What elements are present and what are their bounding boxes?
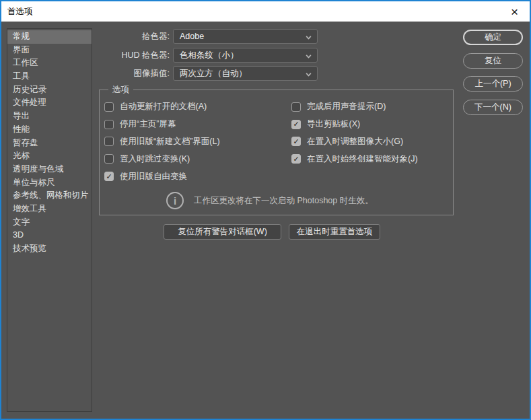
titlebar: 首选项 × xyxy=(1,1,530,22)
checkbox[interactable]: ✓ xyxy=(104,137,114,146)
checkbox[interactable]: ✓ xyxy=(291,137,301,146)
preferences-category-list: 常规 界面 工作区 工具 历史记录 文件处理 导出 性能 暂存盘 光标 透明度与… xyxy=(7,28,92,412)
options-right-column: ✓ 完成后用声音提示(D) ✓ 导出剪贴板(X) ✓ 在置入时调整图像大小(G)… xyxy=(291,98,418,168)
option-label: 置入时跳过变换(K) xyxy=(120,153,190,165)
option-legacy-new-document: ✓ 使用旧版“新建文档”界面(L) xyxy=(104,133,220,151)
image-interpolation-label: 图像插值: xyxy=(96,68,170,79)
image-interpolation-value: 两次立方（自动） xyxy=(180,68,247,79)
color-picker-dropdown[interactable]: Adobe xyxy=(173,29,318,44)
option-label: 完成后用声音提示(D) xyxy=(307,101,386,112)
preferences-dialog: 首选项 × 常规 界面 工作区 工具 历史记录 文件处理 导出 性能 暂存盘 光… xyxy=(0,0,531,420)
hud-color-picker-row: HUD 拾色器: 色相条纹（小） xyxy=(96,48,319,63)
option-label: 停用“主页”屏幕 xyxy=(120,118,176,130)
options-group: 选项 ✓ 自动更新打开的文档(A) ✓ 停用“主页”屏幕 ✓ 使用旧版“新建文档… xyxy=(99,90,454,215)
sidebar-item-plugins[interactable]: 增效工具 xyxy=(7,203,92,216)
option-label: 使用旧版自由变换 xyxy=(120,171,187,182)
check-icon: ✓ xyxy=(293,138,299,145)
checkbox[interactable]: ✓ xyxy=(291,120,301,129)
sidebar-item-technology-previews[interactable]: 技术预览 xyxy=(7,242,92,256)
option-label: 在置入时调整图像大小(G) xyxy=(307,136,403,147)
option-always-create-smart-objects: ✓ 在置入时始终创建智能对象(J) xyxy=(291,150,418,168)
sidebar-item-export[interactable]: 导出 xyxy=(7,110,92,123)
image-interpolation-dropdown[interactable]: 两次立方（自动） xyxy=(173,66,318,81)
checkbox[interactable]: ✓ xyxy=(104,102,114,112)
hud-color-picker-dropdown[interactable]: 色相条纹（小） xyxy=(173,48,318,63)
hud-color-picker-label: HUD 拾色器: xyxy=(96,50,170,61)
option-export-clipboard: ✓ 导出剪贴板(X) xyxy=(291,116,418,133)
sidebar-item-scratch-disks[interactable]: 暂存盘 xyxy=(7,137,92,150)
option-resize-image-during-place: ✓ 在置入时调整图像大小(G) xyxy=(291,133,418,151)
options-group-title: 选项 xyxy=(108,84,133,96)
checkbox[interactable]: ✓ xyxy=(291,154,301,164)
color-picker-label: 拾色器: xyxy=(96,31,170,42)
sidebar-item-3d[interactable]: 3D xyxy=(7,229,92,242)
option-label: 使用旧版“新建文档”界面(L) xyxy=(120,136,220,147)
ok-button[interactable]: 确定 xyxy=(463,30,523,45)
sidebar-item-units-rulers[interactable]: 单位与标尺 xyxy=(7,176,92,190)
dialog-title: 首选项 xyxy=(7,6,33,18)
sidebar-item-general[interactable]: 常规 xyxy=(7,30,92,44)
check-icon: ✓ xyxy=(106,173,112,180)
checkbox[interactable]: ✓ xyxy=(291,102,301,112)
option-label: 导出剪贴板(X) xyxy=(307,118,360,130)
checkbox[interactable]: ✓ xyxy=(104,154,114,164)
info-text: 工作区更改将在下一次启动 Photoshop 时生效。 xyxy=(194,195,374,207)
reset-all-warning-dialogs-button[interactable]: 复位所有警告对话框(W) xyxy=(164,224,281,240)
sidebar-item-file-handling[interactable]: 文件处理 xyxy=(7,96,92,110)
color-picker-value: Adobe xyxy=(180,32,204,41)
option-skip-transform-on-place: ✓ 置入时跳过变换(K) xyxy=(104,150,220,168)
image-interpolation-row: 图像插值: 两次立方（自动） xyxy=(96,66,319,81)
sidebar-item-transparency-gamut[interactable]: 透明度与色域 xyxy=(7,163,92,176)
close-icon[interactable]: × xyxy=(499,1,530,22)
sidebar-item-performance[interactable]: 性能 xyxy=(7,123,92,137)
checkbox[interactable]: ✓ xyxy=(104,172,114,181)
hud-color-picker-value: 色相条纹（小） xyxy=(180,50,239,61)
next-button[interactable]: 下一个(N) xyxy=(463,100,523,115)
option-disable-home-screen: ✓ 停用“主页”屏幕 xyxy=(104,116,220,133)
prev-button[interactable]: 上一个(P) xyxy=(463,76,523,92)
sidebar-item-history-log[interactable]: 历史记录 xyxy=(7,83,92,97)
chevron-down-icon xyxy=(306,34,312,40)
options-left-column: ✓ 自动更新打开的文档(A) ✓ 停用“主页”屏幕 ✓ 使用旧版“新建文档”界面… xyxy=(104,98,220,185)
chevron-down-icon xyxy=(306,71,312,77)
workspace-restart-notice: i 工作区更改将在下一次启动 Photoshop 时生效。 xyxy=(166,192,374,209)
checkbox[interactable]: ✓ xyxy=(104,120,114,129)
reset-button[interactable]: 复位 xyxy=(463,53,523,69)
sidebar-item-workspace[interactable]: 工作区 xyxy=(7,57,92,70)
option-label: 在置入时始终创建智能对象(J) xyxy=(307,153,418,165)
info-icon: i xyxy=(166,192,184,209)
sidebar-item-guides-grid-slices[interactable]: 参考线、网格和切片 xyxy=(7,189,92,203)
sidebar-item-type[interactable]: 文字 xyxy=(7,216,92,230)
sidebar-item-cursors[interactable]: 光标 xyxy=(7,149,92,163)
sidebar-item-tools[interactable]: 工具 xyxy=(7,70,92,83)
reset-preferences-on-quit-button[interactable]: 在退出时重置首选项 xyxy=(289,224,380,240)
option-auto-update-open-documents: ✓ 自动更新打开的文档(A) xyxy=(104,98,220,116)
check-icon: ✓ xyxy=(293,155,299,163)
color-picker-row: 拾色器: Adobe xyxy=(96,29,319,44)
chevron-down-icon xyxy=(306,53,312,59)
option-label: 自动更新打开的文档(A) xyxy=(120,101,207,112)
sidebar-item-interface[interactable]: 界面 xyxy=(7,44,92,57)
check-icon: ✓ xyxy=(293,120,299,128)
option-beep-when-done: ✓ 完成后用声音提示(D) xyxy=(291,98,418,116)
option-legacy-free-transform: ✓ 使用旧版自由变换 xyxy=(104,168,220,185)
